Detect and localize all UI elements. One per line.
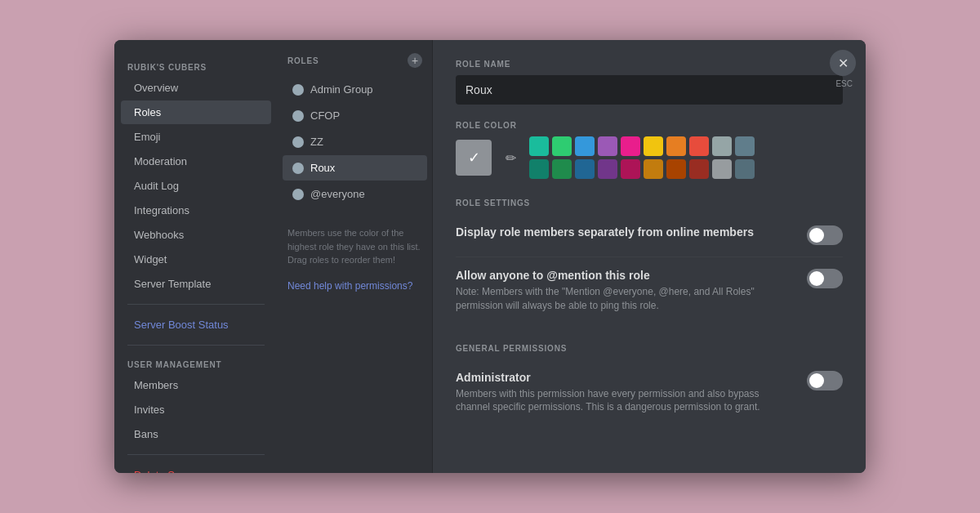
color-dot-1[interactable] — [552, 136, 572, 156]
toggle-display-separately[interactable] — [807, 225, 843, 245]
color-dot-5[interactable] — [644, 136, 663, 156]
setting-text-mention: Allow anyone to @mention this role Note:… — [456, 269, 791, 313]
sidebar-item-integrations[interactable]: Integrations — [121, 199, 271, 222]
color-section: ROLE COLOR ✓ ✏ — [456, 121, 843, 179]
sidebar-item-bans[interactable]: Bans — [121, 422, 271, 446]
role-color-label: ROLE COLOR — [456, 121, 843, 130]
role-color-dot-cfop — [292, 110, 304, 122]
general-permissions-section: GENERAL PERMISSIONS Administrator Member… — [456, 344, 843, 426]
setting-text-admin: Administrator Members with this permissi… — [456, 371, 791, 415]
color-dot-4[interactable] — [621, 136, 640, 156]
role-label-roux: Roux — [310, 162, 335, 174]
checkmark-icon: ✓ — [468, 149, 480, 167]
role-item-cfop[interactable]: CFOP — [283, 103, 427, 128]
color-dot-7[interactable] — [689, 136, 709, 156]
role-color-dot-zz — [292, 136, 304, 148]
sidebar-item-webhooks[interactable]: Webhooks — [121, 223, 271, 247]
setting-desc-allow-mention: Note: Members with the "Mention @everyon… — [456, 285, 791, 313]
setting-text: Display role members separately from onl… — [456, 225, 791, 242]
color-dot-17[interactable] — [689, 159, 709, 179]
role-color-dot — [292, 84, 304, 96]
general-permissions-label: GENERAL PERMISSIONS — [456, 344, 843, 353]
setting-desc-administrator: Members with this permission have every … — [456, 387, 791, 415]
add-role-button[interactable]: + — [408, 53, 422, 68]
toggle-knob-mention — [809, 271, 824, 286]
role-item-roux[interactable]: Roux — [283, 155, 427, 181]
sidebar-item-server-template[interactable]: Server Template — [121, 272, 271, 296]
close-label: ESC — [835, 79, 853, 88]
color-grid — [529, 136, 755, 179]
sidebar-item-roles[interactable]: Roles — [121, 100, 271, 124]
role-item-zz[interactable]: ZZ — [283, 129, 427, 154]
color-dot-10[interactable] — [529, 159, 549, 179]
color-dot-9[interactable] — [735, 136, 755, 156]
roles-panel: ROLES + Admin Group CFOP ZZ Roux @everyo… — [278, 40, 433, 473]
role-color-dot-roux — [292, 163, 304, 174]
roles-panel-header: ROLES + — [278, 53, 432, 76]
sidebar-item-widget[interactable]: Widget — [121, 248, 271, 271]
sidebar-divider — [127, 304, 265, 305]
user-management-label: USER MANAGEMENT — [114, 354, 278, 372]
color-dot-13[interactable] — [598, 159, 617, 179]
role-color-dot-everyone — [292, 189, 304, 200]
roles-help-link[interactable]: Need help with permissions? — [278, 280, 432, 292]
role-item-admin-group[interactable]: Admin Group — [283, 77, 427, 102]
setting-display-separately: Display role members separately from onl… — [456, 214, 843, 257]
toggle-knob — [809, 228, 824, 243]
settings-window: RUBIK'S CUBERS Overview Roles Emoji Mode… — [114, 40, 866, 473]
role-label-cfop: CFOP — [310, 109, 340, 122]
sidebar-item-audit-log[interactable]: Audit Log — [121, 174, 271, 198]
color-dot-8[interactable] — [712, 136, 732, 156]
role-settings-label: ROLE SETTINGS — [456, 199, 843, 207]
sidebar-divider-2 — [127, 345, 265, 346]
setting-administrator: Administrator Members with this permissi… — [456, 359, 843, 426]
selected-color-swatch[interactable]: ✓ — [456, 140, 492, 176]
sidebar: RUBIK'S CUBERS Overview Roles Emoji Mode… — [114, 40, 278, 473]
color-dot-16[interactable] — [666, 159, 686, 179]
server-name-label: RUBIK'S CUBERS — [114, 56, 278, 75]
color-dot-18[interactable] — [712, 159, 732, 179]
color-dot-15[interactable] — [644, 159, 663, 179]
toggle-allow-mention[interactable] — [807, 269, 843, 288]
sidebar-divider-3 — [127, 454, 265, 455]
role-label-admin-group: Admin Group — [310, 83, 373, 96]
roles-panel-title: ROLES — [287, 56, 318, 65]
toggle-administrator[interactable] — [807, 371, 843, 390]
role-name-section-label: ROLE NAME — [456, 60, 843, 69]
color-dot-6[interactable] — [666, 136, 686, 156]
toggle-knob-admin — [809, 373, 824, 388]
sidebar-item-moderation[interactable]: Moderation — [121, 149, 271, 173]
color-picker-row: ✓ ✏ — [456, 136, 843, 179]
close-button[interactable]: ✕ — [830, 50, 856, 76]
sidebar-item-boost[interactable]: Server Boost Status — [121, 313, 271, 337]
color-dot-3[interactable] — [598, 136, 617, 156]
role-label-zz: ZZ — [310, 136, 323, 148]
sidebar-item-emoji[interactable]: Emoji — [121, 125, 271, 149]
role-label-everyone: @everyone — [310, 188, 365, 200]
role-item-everyone[interactable]: @everyone — [283, 181, 427, 207]
setting-title-allow-mention: Allow anyone to @mention this role — [456, 269, 791, 282]
sidebar-item-members[interactable]: Members — [121, 373, 271, 397]
setting-title-administrator: Administrator — [456, 371, 791, 384]
color-dot-14[interactable] — [621, 159, 640, 179]
roles-hint: Members use the color of the highest rol… — [278, 213, 432, 280]
setting-allow-mention: Allow anyone to @mention this role Note:… — [456, 257, 843, 324]
sidebar-item-overview[interactable]: Overview — [121, 76, 271, 100]
color-dot-19[interactable] — [735, 159, 755, 179]
role-settings-section: ROLE SETTINGS Display role members separ… — [456, 199, 843, 324]
role-name-input[interactable] — [456, 75, 843, 105]
setting-title-display-separately: Display role members separately from onl… — [456, 225, 791, 239]
sidebar-item-invites[interactable]: Invites — [121, 398, 271, 422]
sidebar-item-delete-server[interactable]: Delete Server — [121, 463, 271, 473]
color-dot-11[interactable] — [552, 159, 572, 179]
color-dot-0[interactable] — [529, 136, 549, 156]
main-content: ROLE NAME ROLE COLOR ✓ ✏ ROLE SETTINGS D… — [433, 40, 866, 473]
color-dot-12[interactable] — [575, 159, 595, 179]
color-dot-2[interactable] — [575, 136, 595, 156]
color-pencil-icon[interactable]: ✏ — [498, 145, 523, 170]
